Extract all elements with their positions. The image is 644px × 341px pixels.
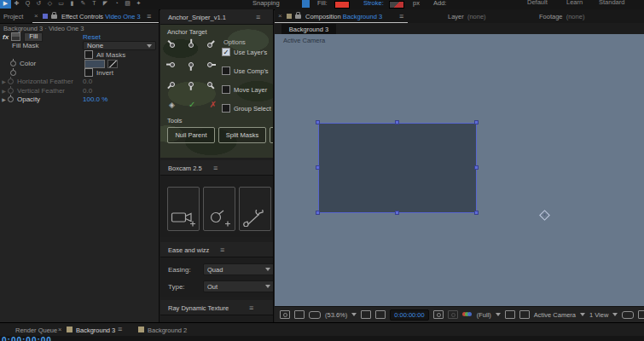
panel-menu-icon[interactable]: ≡ bbox=[249, 303, 253, 312]
type-dropdown[interactable]: Out bbox=[203, 280, 274, 292]
effect-name[interactable]: Fill bbox=[24, 32, 43, 42]
vertical-feather-value[interactable]: 0.0 bbox=[83, 87, 92, 95]
pen-tool-icon[interactable]: ✎ bbox=[78, 0, 89, 9]
anchor-top-right-icon[interactable] bbox=[203, 38, 217, 52]
boxcam-settings-button[interactable] bbox=[239, 187, 271, 231]
snapping-label[interactable]: Snapping bbox=[252, 0, 280, 7]
magnification-select[interactable]: (53.6%) bbox=[325, 311, 347, 319]
handle-bottom-right[interactable] bbox=[474, 211, 479, 215]
horizontal-feather-value[interactable]: 0.0 bbox=[83, 78, 92, 85]
orbit-tool-icon[interactable]: ↺ bbox=[33, 0, 44, 9]
anchor-sniper-header[interactable]: Anchor_Sniper_v1.1 ≡ bbox=[160, 9, 273, 25]
apply-check-icon[interactable]: ✓ bbox=[189, 100, 195, 109]
panel-menu-icon[interactable]: ≡ bbox=[147, 12, 151, 20]
fast-previews-icon[interactable] bbox=[638, 310, 644, 319]
timeline-current-time[interactable]: 0:00:00:00 bbox=[2, 336, 52, 341]
mask-visibility-toggle-icon[interactable] bbox=[302, 0, 310, 8]
lock-icon[interactable] bbox=[295, 14, 301, 19]
effect-header-row[interactable]: fx Fill Reset bbox=[0, 32, 159, 42]
clone-stamp-tool-icon[interactable]: ◔ bbox=[111, 0, 122, 9]
group-select-checkbox[interactable] bbox=[222, 104, 230, 113]
split-masks-button[interactable]: Split Masks bbox=[218, 127, 266, 143]
stopwatch-icon[interactable] bbox=[10, 61, 16, 66]
handle-top-center[interactable] bbox=[395, 120, 399, 124]
tab-project[interactable]: Project bbox=[3, 13, 23, 20]
snapshot-icon[interactable] bbox=[433, 310, 444, 319]
composition-viewport[interactable]: Active Camera bbox=[275, 34, 644, 307]
opacity-value[interactable]: 100.0 % bbox=[83, 95, 107, 103]
eyedropper-icon[interactable] bbox=[107, 60, 118, 68]
tab-background-2[interactable]: Background 2 bbox=[148, 327, 187, 334]
easing-dropdown[interactable]: Quad bbox=[203, 263, 274, 275]
fill-label[interactable]: Fill: bbox=[317, 0, 328, 7]
anchor-bottom-center-icon[interactable] bbox=[184, 78, 198, 91]
option-move-layer[interactable]: Move Layer bbox=[222, 85, 273, 94]
anchor-mid-right-icon[interactable] bbox=[203, 58, 217, 72]
panel-menu-icon[interactable]: ≡ bbox=[213, 164, 218, 172]
roto-brush-tool-icon[interactable]: ✦ bbox=[133, 0, 144, 9]
always-preview-icon[interactable] bbox=[280, 310, 290, 319]
tab-background-3[interactable]: Background 3 bbox=[76, 327, 115, 334]
fill-mask-dropdown[interactable]: None bbox=[83, 41, 156, 50]
handle-top-right[interactable] bbox=[474, 120, 479, 124]
lock-icon[interactable] bbox=[51, 14, 57, 19]
fill-color-swatch[interactable] bbox=[334, 1, 350, 9]
color-swatch[interactable] bbox=[84, 60, 105, 68]
cutoff-tool-button[interactable] bbox=[270, 127, 273, 143]
boxcam-target-button[interactable] bbox=[203, 187, 235, 231]
option-group-select[interactable]: Group Select bbox=[222, 104, 273, 113]
stroke-label[interactable]: Stroke: bbox=[363, 0, 384, 7]
zoom-tool-icon[interactable]: Q bbox=[22, 0, 33, 9]
handle-top-left[interactable] bbox=[316, 120, 320, 124]
twirl-icon[interactable]: ▶ bbox=[0, 78, 8, 84]
workspace-standard[interactable]: Standard bbox=[599, 0, 624, 6]
tab-render-queue[interactable]: Render Queue bbox=[15, 327, 57, 334]
workspace-default[interactable]: Default bbox=[527, 0, 548, 6]
close-icon[interactable]: × bbox=[58, 326, 61, 333]
all-masks-checkbox[interactable] bbox=[84, 50, 93, 59]
stopwatch-icon[interactable] bbox=[8, 88, 14, 94]
panel-menu-icon[interactable]: ≡ bbox=[256, 13, 260, 21]
stroke-color-swatch[interactable] bbox=[389, 1, 404, 9]
anchor-top-center-icon[interactable] bbox=[184, 38, 198, 52]
tab-composition[interactable]: Composition Background 3 bbox=[305, 13, 382, 20]
handle-bottom-center[interactable] bbox=[395, 211, 399, 215]
workspace-learn[interactable]: Learn bbox=[566, 0, 583, 6]
panel-menu-icon[interactable]: ≡ bbox=[118, 325, 122, 333]
anchor-bottom-left-icon[interactable] bbox=[165, 78, 179, 91]
reset-link[interactable]: Reset bbox=[83, 33, 101, 41]
invert-checkbox[interactable] bbox=[84, 68, 93, 77]
handle-mid-left[interactable] bbox=[316, 165, 320, 170]
twirl-icon[interactable]: ▶ bbox=[0, 96, 8, 102]
ease-and-wizz-header[interactable]: Ease and wizz ≡ bbox=[160, 242, 273, 257]
option-use-comps[interactable]: Use Comp's bbox=[222, 66, 273, 75]
eraser-tool-icon[interactable]: ▨ bbox=[122, 0, 133, 9]
viewer-tab-background-3[interactable]: Background 3 bbox=[281, 24, 336, 34]
diamond-anchor-icon[interactable]: ◈ bbox=[169, 101, 175, 109]
handle-mid-right[interactable] bbox=[474, 165, 479, 170]
anchor-mid-left-icon[interactable] bbox=[165, 58, 179, 72]
panel-menu-icon[interactable]: ≡ bbox=[220, 246, 224, 254]
tab-effect-controls[interactable]: Effect Controls Video One 3 bbox=[61, 13, 141, 20]
show-snapshot-icon[interactable] bbox=[448, 310, 458, 319]
cancel-x-icon[interactable]: ✗ bbox=[210, 100, 217, 109]
option-use-layers[interactable]: Use Layer's bbox=[222, 48, 273, 56]
panel-menu-icon[interactable]: ≡ bbox=[399, 12, 403, 20]
tab-layer[interactable]: Layer (none) bbox=[448, 13, 486, 20]
ray-dynamic-texture-header[interactable]: Ray Dynamic Texture ≡ bbox=[160, 300, 273, 315]
view-layout-select[interactable]: 1 View bbox=[589, 311, 608, 319]
layer-anchor-point-icon[interactable] bbox=[539, 210, 550, 221]
add-label[interactable]: Add: bbox=[433, 0, 446, 7]
close-icon[interactable]: × bbox=[278, 12, 282, 20]
current-time-display[interactable]: 0:00:00:00 bbox=[390, 309, 428, 321]
anchor-bottom-right-icon[interactable] bbox=[203, 78, 217, 91]
extended-viewer-icon[interactable] bbox=[309, 311, 321, 319]
hand-tool-icon[interactable]: ✚ bbox=[11, 0, 22, 9]
move-layer-checkbox[interactable] bbox=[222, 85, 230, 94]
null-parent-button[interactable]: Null Parent bbox=[167, 127, 215, 143]
camera-view-select[interactable]: Active Camera bbox=[534, 311, 576, 319]
pan-behind-tool-icon[interactable]: ▭ bbox=[55, 0, 67, 9]
channels-icon[interactable] bbox=[462, 311, 473, 318]
close-icon[interactable]: × bbox=[34, 12, 38, 20]
shape-tool-icon[interactable]: ▮ bbox=[67, 0, 78, 9]
